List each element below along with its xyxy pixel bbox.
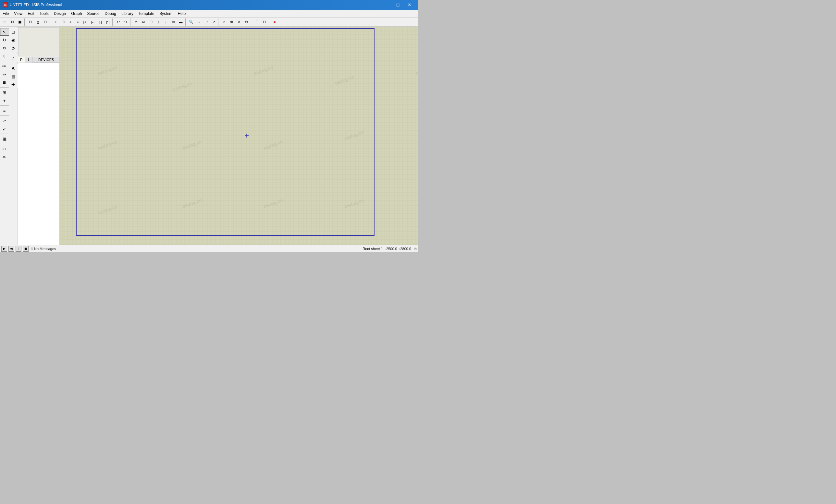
tool-column-1: ↖ ↻ ↺ 0 LBL ⇔ ☰ ⊞ + ≡ ↗ ↙ ▦ ⬭ ✏ [0, 26, 9, 245]
statusbar: ▶ ⏭ ⏸ ⏹ ℹ No Messages Root sheet 1 +2500… [0, 245, 418, 252]
copy4-btn[interactable]: ⧉ [140, 19, 147, 26]
menu-item-system[interactable]: System [157, 10, 175, 18]
devices-list[interactable] [18, 63, 59, 245]
main-area: ↖ ↻ ↺ 0 LBL ⇔ ☰ ⊞ + ≡ ↗ ↙ ▦ ⬭ ✏ ◻ ◉ ◔ [0, 26, 418, 245]
redo2-btn[interactable]: ↪ [122, 19, 129, 26]
undo2-btn[interactable]: ↩ [115, 19, 122, 26]
add4-btn[interactable]: + [67, 19, 74, 26]
close-button[interactable]: ✕ [404, 0, 415, 10]
status-message: No Messages [34, 247, 359, 251]
verify-btn[interactable]: ✓ [52, 19, 59, 26]
wire-tool[interactable]: ≡ [0, 107, 9, 115]
play-button[interactable]: ▶ [1, 246, 7, 252]
step-button[interactable]: ⏭ [8, 246, 14, 252]
app-icon: IS [3, 2, 8, 7]
origin4-btn[interactable]: ⊕ [74, 19, 81, 26]
menu-item-help[interactable]: Help [175, 10, 188, 18]
status-sheet: Root sheet 1 [362, 247, 383, 251]
print-area-btn[interactable]: ⊡ [26, 19, 34, 26]
line-tool[interactable]: / [9, 54, 18, 62]
search2-btn[interactable]: 🔍 [188, 19, 195, 26]
circle-tool[interactable]: ◉ [9, 36, 18, 44]
text-tool[interactable]: A [9, 64, 18, 72]
left-tools: ↖ ↻ ↺ 0 LBL ⇔ ☰ ⊞ + ≡ ↗ ↙ ▦ ⬭ ✏ ◻ ◉ ◔ [0, 26, 18, 245]
select-tool[interactable]: ↖ [0, 28, 9, 36]
origin-tool[interactable]: + [0, 97, 9, 104]
zarea-btn[interactable]: [ ] [97, 19, 104, 26]
grid4-btn[interactable]: ⊞ [59, 19, 66, 26]
cut2-btn[interactable]: ✂ [132, 19, 139, 26]
status-unit: th [414, 247, 417, 251]
devices-label: DEVICES [33, 57, 59, 63]
minimize-button[interactable]: − [380, 0, 392, 10]
tab-p[interactable]: P [18, 57, 25, 63]
print-btn[interactable]: 🖨 [34, 19, 41, 26]
tool-column-2: ◻ ◉ ◔ / A ▤ ✚ [9, 26, 18, 245]
new-btn[interactable]: □ [1, 19, 8, 26]
moveup-btn[interactable]: ↑ [155, 19, 162, 26]
doc3-btn[interactable]: ⊡ [253, 19, 260, 26]
blk1-btn[interactable]: ▭ [170, 19, 177, 26]
route1-btn[interactable]: → [195, 19, 202, 26]
netpin2-btn[interactable]: P [220, 19, 228, 26]
copy3-btn[interactable]: ⊟ [41, 19, 49, 26]
rect-tool[interactable]: ◻ [9, 28, 18, 36]
blk2-btn[interactable]: ▬ [177, 19, 184, 26]
window-controls: − □ ✕ [380, 0, 415, 10]
canvas-area[interactable] [60, 26, 418, 245]
pwr-btn[interactable]: ⊕ [228, 19, 235, 26]
route2-btn[interactable]: ⊸ [203, 19, 210, 26]
menu-item-debug[interactable]: Debug [102, 10, 119, 18]
pause-button[interactable]: ⏸ [16, 246, 21, 252]
probe-down-tool[interactable]: ↙ [0, 125, 9, 133]
menubar: FileViewEditToolsDesignGraphSourceDebugL… [0, 10, 418, 18]
angle-tool[interactable]: 0 [0, 52, 9, 60]
menu-item-template[interactable]: Template [136, 10, 157, 18]
menu-item-edit[interactable]: Edit [25, 10, 37, 18]
grid-canvas [60, 26, 418, 245]
title-text: UNTITLED - ISIS Professional [10, 3, 380, 7]
probe-up-tool[interactable]: ↗ [0, 117, 9, 124]
tab-l[interactable]: L [25, 57, 33, 63]
box-tool[interactable]: ▦ [0, 135, 9, 143]
preview-box [18, 27, 60, 56]
menu-item-view[interactable]: View [11, 10, 25, 18]
add-pin-tool[interactable]: ✚ [9, 80, 18, 88]
shape-tool[interactable]: ⬭ [0, 145, 9, 153]
menu-item-tools[interactable]: Tools [37, 10, 51, 18]
info-icon: ℹ [31, 246, 33, 251]
isis2-btn[interactable]: ■ [271, 19, 278, 26]
titlebar: IS UNTITLED - ISIS Professional − □ ✕ [0, 0, 418, 10]
grid-tool[interactable]: ⊞ [0, 89, 9, 96]
status-coords: +2500.0 +2800.0 [384, 247, 411, 251]
del2-btn[interactable]: ✕ [235, 19, 243, 26]
stop-button[interactable]: ⏹ [23, 246, 28, 252]
movedn-btn[interactable]: ↓ [162, 19, 169, 26]
open-btn[interactable]: ⊡ [9, 19, 16, 26]
flip-h-tool[interactable]: ⇔ [0, 71, 9, 78]
zfit-btn[interactable]: [*] [104, 19, 111, 26]
rotate-cw-tool[interactable]: ↻ [0, 36, 9, 44]
toolbar: □⊡▣⊡🖨⊟✓⊞+⊕[+][-][ ][*]↩↪✂⧉⊡↑↓▭▬🔍→⊸↗P⊕✕⊗⊡… [0, 18, 418, 26]
zin-btn[interactable]: [+] [82, 19, 89, 26]
paste2-btn[interactable]: ⊡ [147, 19, 154, 26]
arc-tool[interactable]: ◔ [9, 44, 18, 52]
menu-item-source[interactable]: Source [85, 10, 102, 18]
menu-item-design[interactable]: Design [51, 10, 69, 18]
rotate-ccw-tool[interactable]: ↺ [0, 44, 9, 52]
doc4-btn[interactable]: ⊟ [261, 19, 268, 26]
symbol-tool[interactable]: ▤ [9, 72, 18, 80]
panel-tabs: P L DEVICES [18, 57, 59, 63]
save-btn[interactable]: ▣ [16, 19, 23, 26]
label-tool[interactable]: LBL [0, 62, 9, 70]
menu-item-graph[interactable]: Graph [69, 10, 84, 18]
object-panel: P L DEVICES [18, 26, 60, 245]
delw-btn[interactable]: ⊗ [243, 19, 250, 26]
bus-tool[interactable]: ☰ [0, 78, 9, 86]
maximize-button[interactable]: □ [392, 0, 404, 10]
route3-btn[interactable]: ↗ [210, 19, 217, 26]
menu-item-file[interactable]: File [0, 10, 11, 18]
zout-btn[interactable]: [-] [89, 19, 96, 26]
pencil-tool[interactable]: ✏ [0, 153, 9, 161]
menu-item-library[interactable]: Library [119, 10, 136, 18]
